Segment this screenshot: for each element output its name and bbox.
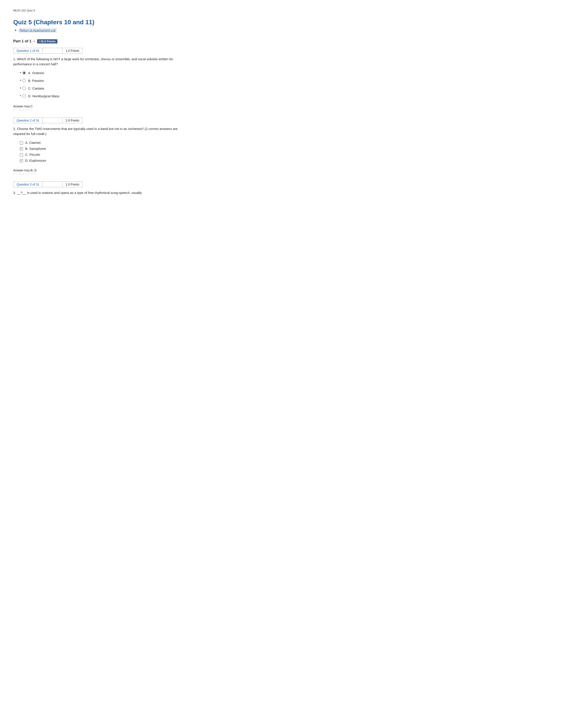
radio-q1a[interactable] [22, 71, 26, 75]
checkbox-q2b[interactable] [20, 147, 23, 150]
radio-q1b[interactable] [22, 79, 26, 82]
list-item: B. Saxophone [20, 146, 185, 151]
option-q1c-label: C. Cantata [28, 86, 44, 91]
question-3-points: 1.0 Points [62, 182, 82, 187]
part-points: / 35.0 Points [37, 39, 57, 43]
question-3-section: Question 3 of 31 1.0 Points 3. __?__ is … [13, 182, 185, 195]
quiz-title: Quiz 5 (Chapters 10 and 11) [13, 19, 185, 26]
list-item: C. Piccolo [20, 152, 185, 157]
question-2-options: A. Clarinet B. Saxophone C. Piccolo D. E… [13, 140, 185, 163]
option-q2c-label: C. Piccolo [25, 152, 40, 157]
radio-q1c[interactable] [22, 86, 26, 90]
radio-q1d[interactable] [22, 94, 26, 98]
option-q2d-label: D. Euphonium [25, 158, 46, 163]
option-q1d-label: D. Nonliturgical Mass [28, 94, 59, 98]
question-2-label: Question 2 of 31 [13, 118, 43, 123]
part-header: Part 1 of 1 – / 35.0 Points [13, 39, 185, 43]
question-1-points: 1.0 Points [62, 48, 82, 53]
breadcrumb: MUSI 102 Quiz 5 [13, 9, 185, 12]
part-label: Part 1 of 1 [13, 39, 31, 43]
question-1-text: 1. Which of the following is NOT a large… [13, 57, 185, 67]
question-2-points: 2.0 Points [62, 118, 82, 123]
question-1-label: Question 1 of 31 [13, 48, 43, 53]
option-q2a-label: A. Clarinet [25, 140, 41, 145]
bullet-icon: • [20, 78, 21, 82]
question-3-label: Question 3 of 31 [13, 182, 43, 187]
question-2-bar: Question 2 of 31 2.0 Points [13, 118, 83, 123]
question-1-options: • A. Oratorio • B. Passion • C. Cantata … [13, 71, 185, 98]
list-item: • D. Nonliturgical Mass [20, 94, 185, 98]
checkbox-q2c[interactable] [20, 153, 23, 156]
list-item: • C. Cantata [20, 86, 185, 91]
list-item: D. Euphonium [20, 158, 185, 163]
bullet-icon: • [20, 94, 21, 98]
list-item: • A. Oratorio [20, 71, 185, 75]
question-2-score-input[interactable] [43, 118, 62, 123]
bullet-icon: • [20, 71, 21, 74]
question-1-bar: Question 1 of 31 1.0 Points [13, 48, 83, 54]
question-1-score-input[interactable] [43, 48, 62, 53]
option-q2b-label: B. Saxophone [25, 146, 46, 151]
list-item: • B. Passion [20, 78, 185, 83]
return-to-assessment-link[interactable]: Return to Assessment List [19, 28, 57, 32]
checkbox-q2a[interactable] [20, 141, 23, 144]
list-item: A. Clarinet [20, 140, 185, 145]
checkbox-q2d[interactable] [20, 159, 23, 162]
bullet-icon: • [20, 86, 21, 90]
option-q1b-label: B. Passion [28, 78, 44, 83]
question-3-text: 3. __?__ is used in oratorio and opera a… [13, 190, 185, 195]
answer-key-1: Answer Key:C [13, 105, 33, 110]
option-q1a-label: A. Oratorio [28, 71, 44, 75]
part-separator: – [33, 39, 35, 43]
question-3-score-input[interactable] [43, 182, 62, 187]
question-2-section: Question 2 of 31 2.0 Points 2. Choose th… [13, 118, 185, 178]
question-3-bar: Question 3 of 31 1.0 Points [13, 182, 83, 187]
question-2-text: 2. Choose the TWO instruments that are t… [13, 126, 185, 136]
answer-key-2: Answer Key:B, D [13, 169, 37, 174]
question-1-section: Question 1 of 31 1.0 Points 1. Which of … [13, 48, 185, 114]
